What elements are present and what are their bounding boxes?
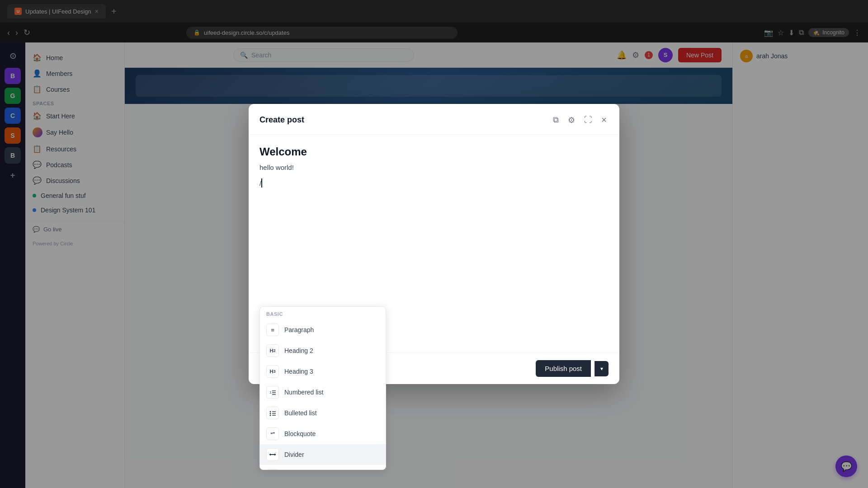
dropdown-item-numbered-list[interactable]: 1. Numbered list	[260, 382, 386, 403]
publish-dropdown-button[interactable]: ▾	[594, 361, 609, 376]
paragraph-label: Paragraph	[284, 326, 314, 333]
bulleted-list-label: Bulleted list	[284, 409, 317, 417]
dropdown-section-basic: BASIC	[260, 307, 386, 319]
dropdown-item-code[interactable]: ⌨ Code	[260, 465, 386, 469]
slash-command-dropdown[interactable]: BASIC ≡ Paragraph H2 Heading 2 H3 Headin…	[259, 306, 386, 470]
create-post-modal: Create post ⧉ ⚙ ⛶ × Welcome hello world!…	[249, 104, 619, 384]
divider-label: Divider	[284, 451, 304, 458]
heading2-label: Heading 2	[284, 347, 313, 354]
expand-icon-button[interactable]: ⛶	[582, 113, 594, 127]
svg-point-6	[270, 415, 271, 416]
post-title[interactable]: Welcome	[259, 145, 609, 158]
expand-icon: ⛶	[584, 115, 592, 124]
settings-icon-button[interactable]: ⚙	[566, 113, 577, 127]
dropdown-item-heading3[interactable]: H3 Heading 3	[260, 361, 386, 382]
blockquote-label: Blockquote	[284, 430, 316, 437]
numbered-list-label: Numbered list	[284, 389, 323, 396]
svg-text:1.: 1.	[269, 390, 273, 394]
dropdown-item-blockquote[interactable]: ❝❞ Blockquote	[260, 423, 386, 444]
publish-button[interactable]: Publish post	[536, 360, 591, 377]
bulleted-list-icon	[266, 407, 279, 419]
svg-point-5	[270, 413, 271, 414]
close-icon: ×	[601, 115, 607, 125]
modal-body: Welcome hello world! / BASIC ≡ Paragraph…	[249, 135, 619, 352]
paragraph-icon: ≡	[266, 324, 279, 336]
heading3-label: Heading 3	[284, 368, 313, 375]
modal-header-icons: ⧉ ⚙ ⛶ ×	[551, 113, 609, 127]
post-content[interactable]: hello world!	[259, 164, 609, 171]
duplicate-icon-button[interactable]: ⧉	[551, 113, 561, 127]
divider-icon	[266, 448, 279, 461]
heading3-icon: H3	[266, 365, 279, 378]
dropdown-item-paragraph[interactable]: ≡ Paragraph	[260, 319, 386, 340]
numbered-list-icon: 1.	[266, 386, 279, 399]
svg-rect-11	[270, 454, 271, 455]
heading2-icon: H2	[266, 344, 279, 357]
close-modal-button[interactable]: ×	[599, 113, 609, 127]
chevron-down-icon: ▾	[600, 366, 603, 372]
code-icon: ⌨	[266, 469, 279, 469]
dropdown-item-bulleted-list[interactable]: Bulleted list	[260, 403, 386, 423]
text-cursor	[261, 178, 262, 188]
modal-header: Create post ⧉ ⚙ ⛶ ×	[249, 104, 619, 135]
blockquote-icon: ❝❞	[266, 427, 279, 440]
svg-rect-12	[274, 454, 275, 455]
modal-title: Create post	[259, 115, 304, 125]
editor-cursor-line[interactable]: /	[259, 178, 609, 188]
dropdown-item-heading2[interactable]: H2 Heading 2	[260, 340, 386, 361]
dropdown-item-divider[interactable]: Divider	[260, 444, 386, 465]
duplicate-icon: ⧉	[553, 115, 559, 124]
gear-icon: ⚙	[568, 116, 575, 125]
svg-point-4	[270, 411, 271, 413]
dropdown-inner: BASIC ≡ Paragraph H2 Heading 2 H3 Headin…	[260, 307, 386, 469]
